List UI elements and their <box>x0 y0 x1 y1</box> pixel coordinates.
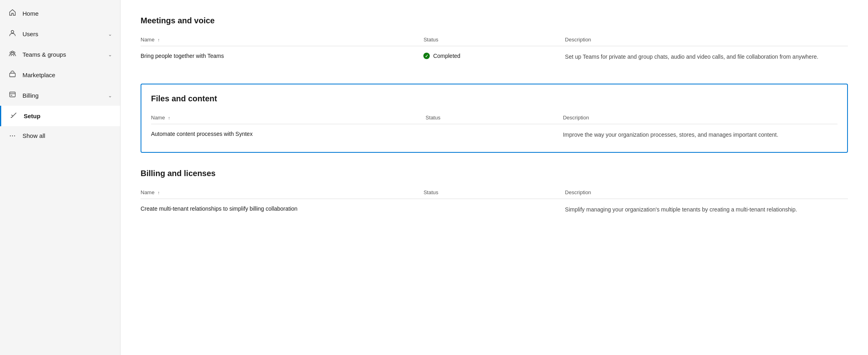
status-text: Completed <box>433 53 460 59</box>
sort-arrow-icon: ↑ <box>157 190 160 195</box>
ellipsis-icon: ⋯ <box>8 132 17 140</box>
users-icon <box>8 29 17 39</box>
setup-icon <box>9 111 18 121</box>
show-all-label: Show all <box>22 132 45 139</box>
status-completed-icon <box>423 53 430 59</box>
main-content: Meetings and voice Name ↑ Status Descrip… <box>120 0 868 355</box>
svg-point-3 <box>12 51 13 53</box>
row-name: Create multi-tenant relationships to sim… <box>141 205 298 212</box>
sidebar-item-setup[interactable]: Setup <box>0 106 120 126</box>
sidebar-item-users[interactable]: Users ⌄ <box>0 24 120 44</box>
sidebar-item-marketplace[interactable]: Marketplace <box>0 65 120 85</box>
col-name-header: Name ↑ <box>141 33 423 46</box>
section-billing-licenses: Billing and licenses Name ↑ Status Descr… <box>141 169 848 220</box>
row-name: Bring people together with Teams <box>141 53 224 59</box>
section-billing-licenses-title: Billing and licenses <box>141 169 848 178</box>
sidebar-item-users-label: Users <box>22 31 108 37</box>
sidebar-item-home[interactable]: Home <box>0 3 120 24</box>
col-status-header: Status <box>423 33 565 46</box>
svg-rect-5 <box>10 92 15 97</box>
chevron-down-icon: ⌄ <box>108 93 112 98</box>
col-status-header: Status <box>426 111 563 124</box>
table-row: Automate content processes with Syntex I… <box>151 124 837 146</box>
home-icon <box>8 9 17 18</box>
sidebar-item-teams-groups-label: Teams & groups <box>22 51 108 58</box>
show-all-item[interactable]: ⋯ Show all <box>0 126 120 145</box>
teams-icon <box>8 50 17 59</box>
billing-icon <box>8 91 17 100</box>
col-name-header: Name ↑ <box>151 111 426 124</box>
row-description: Simplify managing your organization's mu… <box>565 206 797 213</box>
sidebar-item-teams-groups[interactable]: Teams & groups ⌄ <box>0 44 120 65</box>
billing-licenses-table: Name ↑ Status Description Create multi-t… <box>141 186 848 220</box>
files-content-table: Name ↑ Status Description Automate conte… <box>151 111 837 146</box>
meetings-voice-table: Name ↑ Status Description Bring people t… <box>141 33 848 68</box>
section-files-content: Files and content Name ↑ Status Descript… <box>141 84 848 153</box>
sidebar-item-home-label: Home <box>22 10 112 17</box>
sidebar-item-setup-label: Setup <box>24 113 112 119</box>
sidebar: Home Users ⌄ Teams & groups ⌄ <box>0 0 120 355</box>
section-meetings-voice-title: Meetings and voice <box>141 16 848 25</box>
row-name: Automate content processes with Syntex <box>151 131 253 137</box>
sidebar-item-billing[interactable]: Billing ⌄ <box>0 85 120 106</box>
table-row: Bring people together with Teams Complet… <box>141 46 848 68</box>
col-status-header: Status <box>423 186 565 199</box>
status-cell: Completed <box>423 53 565 59</box>
section-meetings-voice: Meetings and voice Name ↑ Status Descrip… <box>141 16 848 68</box>
section-files-content-title: Files and content <box>151 94 837 103</box>
col-desc-header: Description <box>565 33 848 46</box>
sidebar-item-marketplace-label: Marketplace <box>22 72 112 78</box>
sidebar-item-billing-label: Billing <box>22 92 108 99</box>
table-row: Create multi-tenant relationships to sim… <box>141 199 848 221</box>
sort-arrow-icon: ↑ <box>168 115 170 120</box>
col-name-header: Name ↑ <box>141 186 423 199</box>
row-description: Set up Teams for private and group chats… <box>565 53 819 60</box>
col-desc-header: Description <box>565 186 848 199</box>
svg-point-0 <box>11 31 14 33</box>
sort-arrow-icon: ↑ <box>157 37 160 42</box>
chevron-down-icon: ⌄ <box>108 52 112 57</box>
row-description: Improve the way your organization proces… <box>563 131 778 138</box>
svg-rect-4 <box>10 73 15 77</box>
marketplace-icon <box>8 70 17 80</box>
col-desc-header: Description <box>563 111 837 124</box>
chevron-down-icon: ⌄ <box>108 31 112 37</box>
